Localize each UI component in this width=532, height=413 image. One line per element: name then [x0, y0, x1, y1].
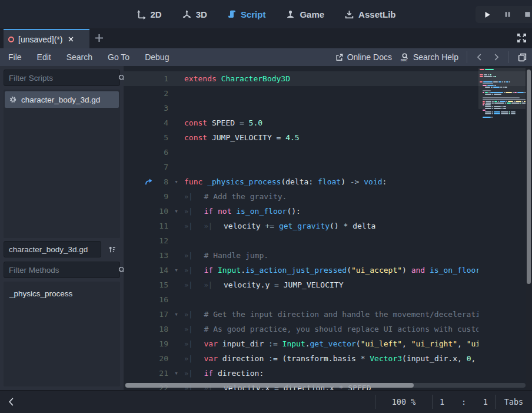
statusbar-right: 100 % 1 : 1 Tabs: [375, 391, 532, 413]
workspace-tab-3d[interactable]: 3D: [182, 9, 207, 19]
line-number[interactable]: 15: [154, 280, 168, 289]
divider: [508, 51, 509, 63]
code-text[interactable]: »|var input_dir := Input.get_vector("ui_…: [184, 339, 478, 348]
code-line-10: 10▾»|if not is_on_floor():: [124, 204, 532, 219]
play-button[interactable]: [483, 11, 491, 19]
line-number[interactable]: 21: [154, 369, 168, 378]
status-bar: 100 % 1 : 1 Tabs: [0, 390, 532, 413]
vertical-scrollbar[interactable]: [526, 66, 532, 390]
code-line-11: 11»|»|velocity += get_gravity() * delta: [124, 219, 532, 233]
workspace-tab-label: Game: [300, 9, 324, 19]
editor-zoom-button[interactable]: 100 %: [375, 397, 432, 407]
line-number[interactable]: 14: [154, 266, 168, 275]
line-number[interactable]: 17: [154, 310, 168, 319]
line-number[interactable]: 1: [154, 74, 168, 83]
override-indicator-icon[interactable]: [124, 177, 154, 186]
code-text[interactable]: const SPEED = 5.0: [184, 118, 478, 127]
menu-debug[interactable]: Debug: [145, 52, 169, 62]
sort-methods-icon[interactable]: [105, 242, 119, 257]
horizontal-scrollbar[interactable]: [125, 383, 526, 388]
code-text[interactable]: »|if Input.is_action_just_pressed("ui_ac…: [184, 266, 478, 275]
workspace-tab-2d[interactable]: 2D: [137, 9, 162, 19]
code-text[interactable]: extends CharacterBody3D: [184, 74, 478, 83]
code-line-21: 21▾»|if direction:: [124, 366, 532, 381]
code-text[interactable]: »|»|velocity.y = JUMP_VELOCITY: [184, 280, 478, 289]
line-number[interactable]: 13: [154, 251, 168, 260]
fold-arrow-icon[interactable]: ▾: [168, 310, 184, 318]
line-number[interactable]: 8: [154, 177, 168, 186]
script-filename-field[interactable]: character_body_3d.gd: [4, 241, 101, 257]
code-text[interactable]: func _physics_process(delta: float) -> v…: [184, 177, 478, 186]
minimap-viewport[interactable]: [478, 68, 527, 109]
script-list-item-selected[interactable]: character_body_3d.gd: [5, 91, 119, 108]
code-text[interactable]: »|# Get the input direction and handle t…: [184, 310, 478, 319]
code-text[interactable]: »|if not is_on_floor():: [184, 207, 478, 216]
code-line-16: 16: [124, 292, 532, 307]
code-text[interactable]: »|var direction := (transform.basis * Ve…: [184, 354, 478, 363]
line-number[interactable]: 7: [154, 163, 168, 171]
code-text[interactable]: »|# As good practice, you should replace…: [184, 325, 478, 333]
line-number[interactable]: 4: [154, 118, 168, 127]
code-line-18: 18»|# As good practice, you should repla…: [124, 322, 532, 336]
menu-edit[interactable]: Edit: [37, 52, 51, 62]
tab-indent-marker: »|: [184, 325, 204, 333]
online-docs-button[interactable]: Online Docs: [335, 52, 392, 62]
menu-goto[interactable]: Go To: [108, 52, 129, 62]
line-number[interactable]: 18: [154, 325, 168, 333]
vertical-scrollbar-grabber[interactable]: [527, 70, 531, 284]
panel-layout-icon[interactable]: [517, 52, 527, 62]
minimap-line: [480, 117, 527, 118]
line-number[interactable]: 12: [154, 236, 168, 245]
tab-indent-marker: »|: [184, 266, 204, 275]
fold-arrow-icon[interactable]: ▾: [168, 266, 184, 274]
fold-arrow-icon[interactable]: ▾: [168, 207, 184, 215]
fold-arrow-icon[interactable]: ▾: [168, 178, 184, 186]
pause-button[interactable]: [504, 11, 511, 18]
workspace-tab-game[interactable]: Game: [285, 9, 324, 19]
stop-icon: [524, 11, 531, 18]
code-line-20: 20»|var direction := (transform.basis * …: [124, 351, 532, 366]
line-number[interactable]: 10: [154, 207, 168, 216]
stop-button[interactable]: [524, 11, 531, 18]
collapse-sidebar-icon[interactable]: [7, 396, 16, 408]
history-forward-icon[interactable]: [492, 53, 500, 61]
line-number[interactable]: 9: [154, 192, 168, 201]
workspace-tab-script[interactable]: Script: [227, 9, 266, 19]
method-list-item[interactable]: _physics_process: [5, 286, 119, 300]
distraction-free-icon[interactable]: [516, 32, 527, 44]
fold-arrow-icon[interactable]: ▾: [168, 369, 184, 377]
history-back-icon[interactable]: [476, 53, 484, 61]
scene-tab-unsaved[interactable]: [unsaved](*): [4, 29, 89, 48]
line-number[interactable]: 5: [154, 133, 168, 142]
minimap-segment: [501, 113, 508, 114]
tab-indent-marker: »|: [204, 222, 224, 230]
code-text[interactable]: »|# Handle jump.: [184, 251, 478, 260]
horizontal-scrollbar-grabber[interactable]: [125, 383, 414, 388]
methods-list-panel: _physics_process: [4, 282, 120, 386]
line-number[interactable]: 11: [154, 222, 168, 230]
code-text[interactable]: »|»|velocity += get_gravity() * delta: [184, 222, 478, 230]
menu-search[interactable]: Search: [66, 52, 92, 62]
menu-file[interactable]: File: [8, 52, 22, 62]
node3d-icon: [8, 37, 14, 42]
line-number[interactable]: 20: [154, 354, 168, 363]
code-line-1: 1extends CharacterBody3D: [124, 71, 532, 86]
line-number[interactable]: 19: [154, 339, 168, 348]
line-number[interactable]: 3: [154, 104, 168, 113]
code-line-5: 5const JUMP_VELOCITY = 4.5: [124, 130, 532, 145]
line-number[interactable]: 6: [154, 148, 168, 157]
workspace-tab-assetlib[interactable]: AssetLib: [344, 9, 395, 19]
filter-methods-input[interactable]: [4, 266, 118, 275]
code-text[interactable]: »|if direction:: [184, 369, 478, 378]
search-help-button[interactable]: DOC Search Help: [400, 52, 458, 62]
menubar-right: Online Docs DOC Search Help: [335, 48, 532, 66]
filter-scripts-input[interactable]: [4, 74, 118, 82]
line-number[interactable]: 2: [154, 89, 168, 98]
code-text[interactable]: const JUMP_VELOCITY = 4.5: [184, 133, 478, 142]
close-icon[interactable]: [68, 36, 74, 42]
code-text[interactable]: »|# Add the gravity.: [184, 192, 478, 201]
line-number[interactable]: 16: [154, 295, 168, 304]
indent-type-button[interactable]: Tabs: [496, 397, 532, 407]
add-scene-tab-button[interactable]: [94, 32, 105, 44]
code-editor[interactable]: 1extends CharacterBody3D234const SPEED =…: [124, 66, 532, 390]
